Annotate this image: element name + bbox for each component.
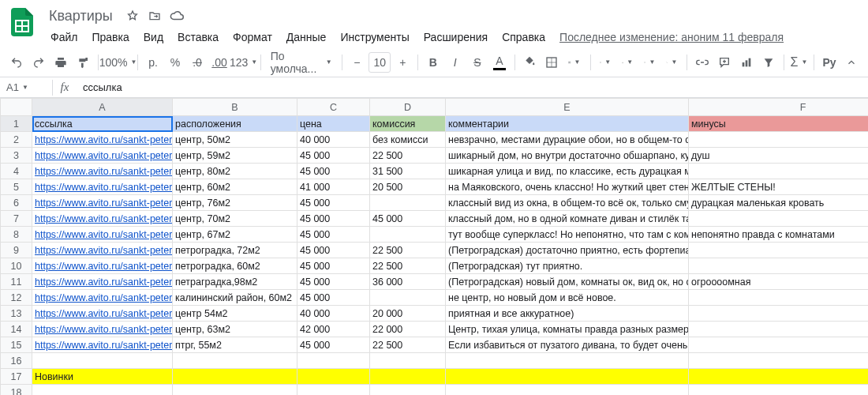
print-button[interactable] [51, 52, 71, 73]
cell[interactable] [689, 369, 869, 385]
cell-comment[interactable]: классный вид из окна, в общем-то всё ок,… [446, 195, 689, 211]
borders-button[interactable] [541, 52, 562, 73]
row-header[interactable]: 10 [1, 258, 32, 274]
cell-link[interactable]: https://www.avito.ru/sankt-peterb [32, 195, 173, 211]
cell[interactable] [689, 385, 869, 396]
novinki-cell[interactable]: Новинки [32, 369, 173, 385]
cell-link[interactable]: https://www.avito.ru/sankt-peterb [32, 306, 173, 322]
cell-link[interactable]: https://www.avito.ru/sankt-peterb [32, 243, 173, 258]
cell-comment[interactable]: тут вообще суперкласс! Но непонятно, что… [446, 227, 689, 243]
cell-commission[interactable]: 45 000 [370, 211, 446, 227]
avito-link[interactable]: https://www.avito.ru/sankt-peterb [35, 198, 173, 209]
insert-comment-button[interactable] [714, 52, 735, 73]
cell-price[interactable]: 45 000 [297, 148, 370, 164]
cell-commission[interactable]: 20 500 [370, 179, 446, 195]
cell-location[interactable]: центр, 67м2 [173, 227, 297, 243]
cell-comment[interactable]: (Петроградская) достаточно приятно, есть… [446, 243, 689, 258]
cell-minus[interactable] [689, 258, 869, 274]
cell[interactable] [32, 353, 173, 369]
name-box[interactable]: A1 ▼ [0, 81, 52, 93]
currency-button[interactable]: р. [143, 52, 163, 73]
cell-location[interactable]: центр, 60м2 [173, 179, 297, 195]
menu-edit[interactable]: Правка [85, 28, 135, 47]
row-header[interactable]: 11 [1, 274, 32, 290]
header-cell[interactable]: цена [297, 116, 370, 132]
cell-comment[interactable]: классный дом, но в одной комнате диван и… [446, 211, 689, 227]
cell-location[interactable]: петроградка, 60м2 [173, 258, 297, 274]
strikethrough-button[interactable]: S [467, 52, 488, 73]
insert-chart-button[interactable] [736, 52, 757, 73]
cell[interactable] [370, 353, 446, 369]
cloud-status-icon[interactable] [170, 9, 184, 23]
spreadsheet-grid[interactable]: A B C D E F 1сссылкарасположенияценакоми… [0, 98, 868, 395]
select-all-corner[interactable] [1, 99, 32, 116]
cell-link[interactable]: https://www.avito.ru/sankt-peterb [32, 148, 173, 164]
avito-link[interactable]: https://www.avito.ru/sankt-peterb [35, 324, 173, 335]
avito-link[interactable]: https://www.avito.ru/sankt-peterb [35, 150, 173, 161]
row-header[interactable]: 13 [1, 306, 32, 322]
paint-format-button[interactable] [73, 52, 93, 73]
cell-commission[interactable]: 22 500 [370, 337, 446, 353]
cell-comment[interactable]: (Петроградская) тут приятно. [446, 258, 689, 274]
cell-price[interactable]: 45 000 [297, 195, 370, 211]
menu-tools[interactable]: Инструменты [334, 28, 415, 47]
col-header-A[interactable]: A [32, 99, 173, 116]
increase-decimal-button[interactable]: .00 [209, 52, 230, 73]
cell-comment[interactable]: Если избавиться от пузатого дивана, то б… [446, 337, 689, 353]
cell-minus[interactable]: огроооомная [689, 274, 869, 290]
cell[interactable] [297, 385, 370, 396]
avito-link[interactable]: https://www.avito.ru/sankt-peterb [35, 308, 173, 319]
col-header-F[interactable]: F [689, 99, 869, 116]
cell-location[interactable]: петраградка,98м2 [173, 274, 297, 290]
cell-comment[interactable]: шикарный дом, но внутри достаточно обшар… [446, 148, 689, 164]
cell-comment[interactable]: приятная и все аккуратное) [446, 306, 689, 322]
toolbar-overflow-button[interactable] [841, 52, 862, 73]
menu-view[interactable]: Вид [137, 28, 170, 47]
cell-comment[interactable]: Центр, тихая улица, комнаты правда разны… [446, 322, 689, 337]
text-color-button[interactable]: A [489, 52, 510, 73]
cell-commission[interactable] [370, 290, 446, 306]
cell[interactable] [297, 369, 370, 385]
cell[interactable] [173, 369, 297, 385]
row-header[interactable]: 7 [1, 211, 32, 227]
cell-price[interactable]: 45 000 [297, 243, 370, 258]
avito-link[interactable]: https://www.avito.ru/sankt-peterb [35, 229, 173, 240]
undo-button[interactable] [6, 52, 27, 73]
bold-button[interactable]: B [423, 52, 443, 73]
cell-minus[interactable] [689, 322, 869, 337]
cell[interactable] [297, 353, 370, 369]
text-rotation-button[interactable]: A▼ [661, 52, 682, 73]
avito-link[interactable]: https://www.avito.ru/sankt-peterb [35, 166, 173, 177]
row-header[interactable]: 6 [1, 195, 32, 211]
avito-link[interactable]: https://www.avito.ru/sankt-peterb [35, 340, 173, 351]
cell[interactable] [370, 385, 446, 396]
cell-link[interactable]: https://www.avito.ru/sankt-peterb [32, 322, 173, 337]
cell-minus[interactable] [689, 337, 869, 353]
menu-help[interactable]: Справка [496, 28, 552, 47]
row-header[interactable]: 1 [1, 116, 32, 132]
cell-price[interactable]: 45 000 [297, 290, 370, 306]
col-header-C[interactable]: C [297, 99, 370, 116]
menu-extensions[interactable]: Расширения [417, 28, 494, 47]
avito-link[interactable]: https://www.avito.ru/sankt-peterb [35, 261, 173, 272]
avito-link[interactable]: https://www.avito.ru/sankt-peterb [35, 245, 173, 256]
avito-link[interactable]: https://www.avito.ru/sankt-peterb [35, 276, 173, 288]
avito-link[interactable]: https://www.avito.ru/sankt-peterb [35, 134, 173, 145]
vertical-align-button[interactable]: ▼ [617, 52, 638, 73]
cell-comment[interactable]: (Петроградская) новый дом, комнаты ок, в… [446, 274, 689, 290]
cell-link[interactable]: https://www.avito.ru/sankt-peterb [32, 227, 173, 243]
col-header-B[interactable]: B [173, 99, 297, 116]
insert-link-button[interactable] [692, 52, 713, 73]
avito-link[interactable]: https://www.avito.ru/sankt-peterb [35, 182, 173, 193]
create-filter-button[interactable] [758, 52, 779, 73]
cell-location[interactable]: петроградка, 72м2 [173, 243, 297, 258]
cell-minus[interactable]: дурацкая маленькая кровать [689, 195, 869, 211]
header-cell[interactable]: комиссия [370, 116, 446, 132]
decrease-decimal-button[interactable]: .0 [187, 52, 208, 73]
sheets-logo[interactable] [6, 6, 38, 38]
cell-minus[interactable] [689, 290, 869, 306]
col-header-E[interactable]: E [446, 99, 689, 116]
row-header[interactable]: 9 [1, 243, 32, 258]
cell-link[interactable]: https://www.avito.ru/sankt-peterb [32, 274, 173, 290]
zoom-dropdown[interactable]: 100%▼ [103, 52, 133, 73]
